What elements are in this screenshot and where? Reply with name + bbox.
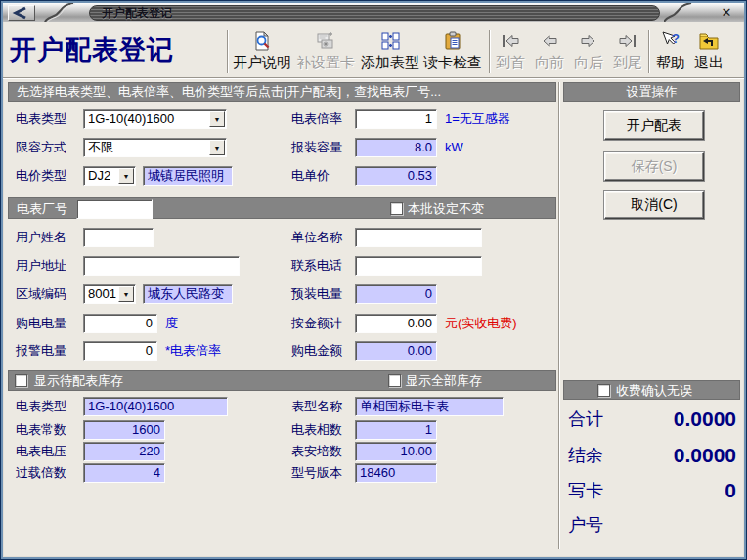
purchase-amt-label: 购电金额: [291, 341, 342, 361]
ampere-label: 表安培数: [291, 442, 342, 461]
region-code-label: 区域编码: [16, 284, 66, 304]
panel-header: 设置操作: [563, 82, 740, 102]
purchase-qty-unit: 度: [165, 314, 178, 333]
account-label: 户号: [568, 509, 603, 540]
purchase-qty-input[interactable]: 0: [83, 314, 157, 333]
titlebar: 开户配表登记 ✕: [3, 3, 744, 22]
region-desc: 城东人民路变: [143, 284, 233, 304]
read-card-check-button[interactable]: 读卡检查: [421, 29, 484, 76]
preload-label: 预装电量: [291, 284, 342, 304]
overload-value: 4: [83, 463, 165, 483]
next-record-icon: [571, 29, 606, 53]
constant-label: 电表常数: [16, 420, 66, 440]
capacity-value: 8.0: [355, 138, 437, 157]
meter-ratio-input[interactable]: 1: [355, 109, 437, 129]
close-icon[interactable]: ✕: [718, 5, 735, 21]
total-label: 合计: [568, 404, 603, 435]
help-cursor-icon: ?: [653, 29, 688, 53]
region-code-select[interactable]: 8001 ▼: [83, 284, 136, 304]
price-type-desc: 城镇居民照明: [143, 166, 233, 186]
batch-fixed-checkbox[interactable]: [390, 202, 403, 215]
chevron-down-icon[interactable]: ▼: [209, 111, 225, 127]
by-amount-hint: 元(实收电费): [445, 314, 517, 333]
cancel-button[interactable]: 取消(C): [604, 191, 704, 219]
titlebar-curve-left: [42, 3, 75, 22]
titlebar-curve-right: [664, 3, 693, 22]
exit-button[interactable]: 退出: [691, 29, 726, 76]
limit-mode-label: 限容方式: [16, 138, 66, 157]
ampere-value: 10.00: [355, 442, 437, 461]
capacity-unit: kW: [445, 138, 463, 157]
write-card-label: 写卡: [568, 475, 603, 506]
price-type-select[interactable]: DJ2 ▼: [83, 166, 136, 186]
unit-price-value: 0.53: [355, 166, 437, 186]
user-name-label: 用户姓名: [16, 228, 66, 247]
phone-label: 联系电话: [291, 256, 342, 276]
meter-ratio-label: 电表倍率: [291, 109, 342, 129]
by-amount-input[interactable]: 0.00: [355, 314, 437, 333]
model-ver-label: 型号版本: [291, 463, 342, 483]
open-account-button[interactable]: 开户配表: [604, 111, 704, 140]
clipboard-icon: [421, 29, 484, 53]
user-addr-label: 用户地址: [16, 256, 66, 276]
svg-text:?: ?: [672, 31, 680, 46]
user-addr-input[interactable]: [83, 256, 240, 276]
meter-type-label: 电表类型: [16, 109, 66, 129]
page-title: 开户配表登记: [10, 32, 174, 67]
voltage-label: 电表电压: [16, 442, 66, 461]
form-row: 用户地址 联系电话: [8, 256, 556, 277]
limit-mode-select[interactable]: 不限 ▼: [83, 138, 227, 157]
app-logo-icon[interactable]: [8, 5, 35, 21]
nav-next-button: 向后: [571, 29, 606, 76]
form-row: 限容方式 不限 ▼ 报装容量 8.0 kW: [8, 138, 556, 158]
alarm-qty-input[interactable]: 0: [83, 341, 157, 361]
write-card-value: 0: [725, 475, 736, 506]
factory-no-band: 电表厂号 本批设定不变: [8, 197, 556, 219]
form-row: 电价类型 DJ2 ▼ 城镇居民照明 电单价 0.53: [8, 166, 556, 187]
toolbar-separator: [489, 30, 491, 73]
add-meter-type-button[interactable]: 添加表型: [359, 29, 421, 76]
user-name-input[interactable]: [83, 228, 154, 247]
first-record-icon: [493, 29, 528, 53]
purchase-amt-value: 0.00: [355, 341, 437, 361]
form-row: 电表类型 1G-10(40)1600 表型名称 单相国标电卡表: [8, 397, 556, 417]
show-pending-stock-checkbox[interactable]: [15, 374, 27, 387]
factory-no-input[interactable]: [76, 199, 153, 219]
show-pending-stock-label: 显示待配表库存: [34, 371, 123, 391]
form-row: 电表常数 1600 电表相数 1: [8, 420, 556, 441]
constant-value: 1600: [83, 420, 165, 440]
chevron-down-icon[interactable]: ▼: [118, 168, 134, 184]
overload-label: 过载倍数: [16, 463, 66, 483]
org-name-input[interactable]: [355, 228, 482, 247]
add-meter-type-icon: [359, 29, 421, 53]
toolbar-separator: [648, 30, 650, 73]
stock-meter-type-value: 1G-10(40)1600: [83, 397, 228, 416]
account-row: 户号: [565, 509, 739, 540]
nav-last-button: 到尾: [610, 29, 645, 76]
type-name-value: 单相国标电卡表: [355, 397, 504, 416]
help-button[interactable]: ? 帮助: [653, 29, 688, 76]
price-type-label: 电价类型: [16, 166, 66, 186]
balance-value: 0.0000: [674, 440, 736, 471]
form-row: 过载倍数 4 型号版本 18460: [8, 463, 556, 484]
meter-type-select[interactable]: 1G-10(40)1600 ▼: [83, 109, 227, 129]
card-setup-icon: [294, 29, 357, 53]
factory-no-label: 电表厂号: [17, 199, 67, 219]
confirm-band: 收费确认无误: [563, 380, 740, 400]
total-value: 0.0000: [674, 404, 736, 435]
open-help-button[interactable]: 开户说明: [231, 29, 293, 76]
setup-card-button: 补设置卡: [294, 29, 357, 76]
fee-confirm-checkbox[interactable]: [597, 384, 610, 397]
chevron-down-icon[interactable]: ▼: [209, 140, 225, 155]
toolbar-divider: [3, 77, 744, 79]
doc-search-icon: [231, 29, 293, 53]
show-all-stock-checkbox[interactable]: [388, 374, 401, 387]
form-row: 报警电量 0 *电表倍率 购电金额 0.00: [8, 341, 556, 362]
balance-row: 结余 0.0000: [565, 440, 739, 471]
chevron-down-icon[interactable]: ▼: [118, 286, 134, 302]
nav-prev-button: 向前: [532, 29, 567, 76]
org-name-label: 单位名称: [291, 228, 342, 247]
stock-band: 显示待配表库存 显示全部库存: [8, 370, 556, 391]
nav-first-button: 到首: [493, 29, 528, 76]
phone-input[interactable]: [355, 256, 482, 276]
